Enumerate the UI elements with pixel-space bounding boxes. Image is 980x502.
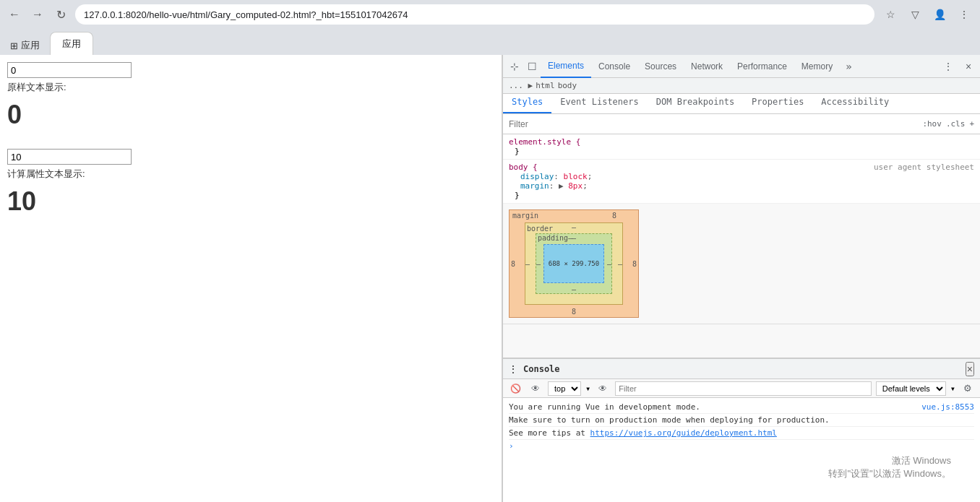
console-title: Console [523,364,560,374]
console-message-1: You are running Vue in development mode.… [509,401,974,414]
breadcrumb-body[interactable]: body [558,81,577,90]
more-tabs-icon[interactable]: » [840,56,857,77]
devtools-settings-button[interactable]: ⋮ [940,58,957,75]
devtools-action-buttons: ⋮ × [940,58,977,75]
devtools-inspect-button[interactable]: ⊹ [506,58,523,75]
element-style-selector: element.style { [509,137,580,147]
filter-add[interactable]: + [969,119,974,129]
bm-border-label: border [527,225,553,233]
styles-panel: :hov .cls + element.style { } body { use… [503,114,980,358]
bm-content-size: 688 × 299.750 [549,260,599,267]
console-message-2: Make sure to turn on production mode whe… [509,414,974,427]
bm-padding-top: – [572,234,576,242]
tab-performance[interactable]: Performance [730,55,794,78]
inner-tab-styles[interactable]: Styles [503,94,551,113]
bm-border-left: – [525,260,530,268]
inner-tab-event-listeners[interactable]: Event Listeners [551,94,647,113]
forward-button[interactable]: → [29,6,46,23]
bm-padding-right: – [607,260,611,268]
tab-console[interactable]: Console [591,55,637,78]
address-text: 127.0.0.1:8020/hello-vue/html/Gary_compu… [84,9,408,20]
console-message-1-source[interactable]: vue.js:8553 [921,402,974,412]
star-button[interactable]: ☆ [880,4,901,25]
breadcrumb-html[interactable]: html [536,81,555,90]
console-settings-button[interactable]: ⚙ [960,381,976,397]
tab-memory[interactable]: Memory [794,55,840,78]
console-output: You are running Vue in development mode.… [503,398,980,502]
display-2: 10 [7,186,494,217]
devtools-panel: ⊹ ☐ Elements Console Sources Network Per… [502,55,980,502]
extension-button[interactable]: ▽ [905,4,925,25]
css-display-line: display: block; [509,172,974,181]
filter-cls[interactable]: .cls [946,119,966,129]
bm-margin-value: 8 [612,212,616,220]
bm-padding-layer: padding– – – – – 688 × 299.750 [536,233,612,294]
bm-content: 688 × 299.750 [543,244,604,283]
box-model: margin 8 8 8 8 border – [509,209,639,318]
tab-network[interactable]: Network [684,55,730,78]
css-margin-line: margin: ▶ 8px; [509,181,974,191]
bm-padding-label: padding– [538,234,572,242]
css-closing-brace-2: } [509,191,974,200]
browser-toolbar: ← → ↻ 127.0.0.1:8020/hello-vue/html/Gary… [0,0,980,29]
console-message-1-text: You are running Vue in development mode. [509,402,916,412]
elements-breadcrumb: ... ▶ html body [503,78,980,94]
console-close-button[interactable]: × [966,362,974,376]
filter-input[interactable] [509,119,922,129]
css-rule-body: body { user agent stylesheet display: bl… [503,160,980,204]
console-prompt[interactable]: › [509,440,974,452]
console-filter-input[interactable] [615,381,872,396]
console-link[interactable]: https://vuejs.org/guide/deployment.html [590,428,777,438]
bm-right-margin: 8 [632,260,637,268]
devtools-close-button[interactable]: × [960,58,977,75]
label-1: 原样文本显示: [7,81,494,94]
profile-button[interactable]: 👤 [929,4,950,25]
devtools-tabs: ⊹ ☐ Elements Console Sources Network Per… [503,55,980,78]
console-filter-toggle[interactable]: 👁 [528,381,543,397]
menu-button[interactable]: ⋮ [954,4,974,25]
console-eye-button[interactable]: 👁 [595,381,611,397]
tab-title: 应用 [62,38,81,51]
tab-elements[interactable]: Elements [541,55,591,78]
console-clear-button[interactable]: 🚫 [507,381,523,397]
grid-icon: ⊞ [10,40,18,51]
back-button[interactable]: ← [6,6,23,23]
browser-chrome: ← → ↻ 127.0.0.1:8020/hello-vue/html/Gary… [0,0,980,55]
console-levels-arrow[interactable]: ▾ [950,384,955,394]
input-field-2[interactable] [7,149,132,165]
tab-sources[interactable]: Sources [637,55,684,78]
body-selector: body { [509,163,538,172]
console-levels-select[interactable]: Default levels [876,381,946,396]
address-bar[interactable]: 127.0.0.1:8020/hello-vue/html/Gary_compu… [75,4,874,25]
inner-tab-properties[interactable]: Properties [743,94,812,113]
console-context-select[interactable]: top [548,381,581,396]
console-section: ⋮ Console × 🚫 👁 top ▾ 👁 Default levels ▾… [503,358,980,502]
rule-source: user agent stylesheet [874,163,974,172]
app-menu[interactable]: ⊞ 应用 [6,36,44,55]
console-dropdown-arrow[interactable]: ▾ [585,384,590,394]
css-selector-element: element.style { [509,137,974,147]
bm-bottom-margin: 8 [572,308,576,316]
bm-border-top: – [572,223,576,231]
bm-margin-label: margin [512,212,538,220]
css-body-header: body { user agent stylesheet [509,163,974,172]
filter-hov[interactable]: :hov [922,119,942,129]
bm-padding-bottom: – [572,285,576,293]
main-content: 原样文本显示: 0 计算属性文本显示: 10 ⊹ ☐ Elements Cons… [0,55,980,502]
console-drag-icon: ⋮ [509,364,517,374]
filter-right: :hov .cls + [922,119,974,129]
tabs-bar: ⊞ 应用 应用 [0,29,980,55]
filter-bar: :hov .cls + [503,114,980,134]
reload-button[interactable]: ↻ [52,6,69,23]
console-prompt-arrow: › [509,441,514,451]
page-content: 原样文本显示: 0 计算属性文本显示: 10 [0,55,502,502]
browser-tab[interactable]: 应用 [50,32,93,55]
console-message-3-text: See more tips at https://vuejs.org/guide… [509,428,974,438]
bm-border-layer: border – padding– – – – – 688 × 299.750 [525,222,623,305]
inner-tab-accessibility[interactable]: Accessibility [812,94,898,113]
css-prop-margin: margin [520,181,549,191]
input-field-1[interactable] [7,62,132,78]
css-val-block: block [564,172,588,181]
devtools-device-button[interactable]: ☐ [523,58,541,75]
inner-tab-dom-breakpoints[interactable]: DOM Breakpoints [648,94,743,113]
